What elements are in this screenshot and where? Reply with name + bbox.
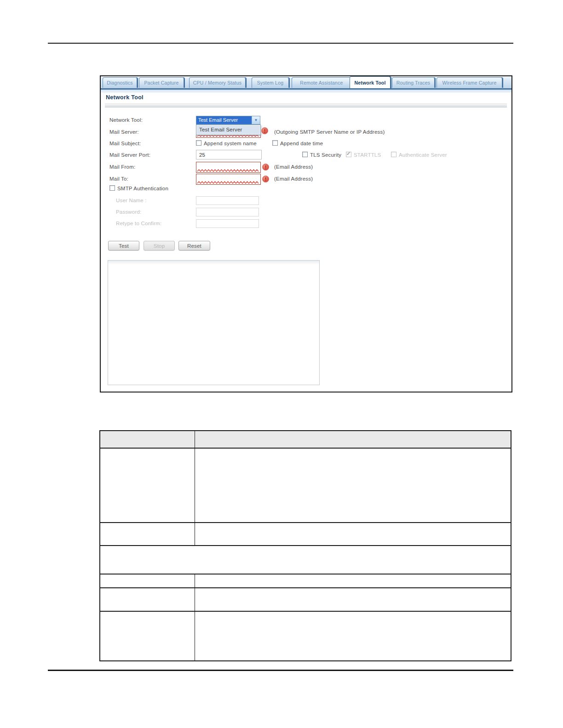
tab-routing-traces[interactable]: Routing Traces	[392, 77, 435, 88]
network-tool-select[interactable]: Test Email Server ▼	[196, 116, 260, 125]
tab-diagnostics[interactable]: Diagnostics	[103, 77, 137, 88]
tab-remote-assistance[interactable]: Remote Assistance	[292, 77, 351, 88]
tab-wireless-frame-capture[interactable]: Wireless Frame Capture	[437, 77, 502, 88]
smtp-authentication-label: SMTP Authentication	[117, 186, 168, 191]
error-icon: !	[262, 164, 269, 171]
mail-server-label: Mail Server:	[109, 129, 139, 135]
error-icon: !	[261, 127, 268, 134]
table-row	[100, 449, 511, 523]
tab-label: Wireless Frame Capture	[442, 80, 496, 85]
starttls-label: STARTTLS	[354, 152, 381, 158]
table-cell	[195, 588, 511, 611]
tab-label: Remote Assistance	[300, 80, 343, 85]
tab-label: CPU / Memory Status	[193, 80, 241, 85]
password-label: Password:	[116, 209, 142, 215]
append-date-time-checkbox[interactable]	[272, 140, 278, 146]
document-page: Diagnostics Packet Capture CPU / Memory …	[0, 0, 563, 728]
mail-from-input[interactable]	[196, 162, 261, 173]
starttls-checkbox[interactable]: ✓	[346, 152, 351, 157]
table-row	[100, 588, 511, 612]
section-title: Network Tool	[106, 94, 144, 101]
user-name-label: User Name :	[116, 198, 147, 203]
error-squiggle	[197, 169, 259, 172]
table-header-cell	[100, 431, 195, 448]
mail-server-port-input[interactable]	[196, 150, 262, 159]
table-cell	[195, 523, 511, 545]
smtp-authentication-checkbox[interactable]	[109, 185, 115, 191]
results-top-shade	[108, 261, 319, 265]
network-tool-dropdown-list: Test Email Server	[196, 125, 261, 135]
table-header-row	[100, 431, 511, 449]
tls-security-label: TLS Security	[310, 152, 341, 158]
mail-server-hint: (Outgoing SMTP Server Name or IP Address…	[274, 129, 385, 135]
check-icon: ✓	[346, 151, 350, 157]
table-row	[100, 612, 511, 660]
table-cell	[195, 612, 511, 660]
tab-label: Network Tool	[354, 80, 385, 85]
table-cell	[195, 574, 511, 587]
password-input[interactable]	[196, 208, 259, 216]
table-cell	[100, 612, 195, 660]
user-name-input[interactable]	[196, 196, 259, 205]
test-button[interactable]: Test	[108, 241, 139, 250]
table-cell	[100, 574, 195, 587]
mail-server-port-label: Mail Server Port:	[109, 152, 150, 158]
authenticate-server-checkbox[interactable]	[391, 152, 396, 157]
error-icon: !	[262, 176, 269, 182]
tab-label: System Log	[257, 80, 283, 85]
mail-from-hint: (Email Address)	[274, 164, 313, 170]
table-cell	[100, 449, 195, 522]
tab-label: Packet Capture	[144, 80, 178, 85]
error-squiggle	[197, 181, 259, 184]
mail-subject-label: Mail Subject:	[109, 141, 141, 146]
section-divider	[105, 103, 507, 108]
append-system-name-label: Append system name	[204, 141, 257, 146]
chevron-down-icon[interactable]: ▼	[252, 116, 260, 124]
doc-table	[99, 430, 511, 661]
page-header-rule	[48, 43, 513, 44]
mail-to-hint: (Email Address)	[274, 176, 313, 182]
test-results-output[interactable]	[108, 260, 320, 385]
mail-to-label: Mail To:	[109, 176, 128, 182]
tls-security-checkbox[interactable]	[302, 152, 308, 157]
tab-cpu-memory-status[interactable]: CPU / Memory Status	[189, 77, 246, 88]
append-date-time-label: Append date time	[280, 141, 323, 146]
stop-button[interactable]: Stop	[144, 241, 175, 250]
tab-strip-shadow	[101, 90, 511, 93]
table-cell	[195, 449, 511, 522]
retype-to-confirm-input[interactable]	[196, 219, 259, 228]
mail-to-input[interactable]	[196, 174, 261, 185]
table-row	[100, 523, 511, 546]
retype-to-confirm-label: Retype to Confirm:	[116, 221, 161, 226]
authenticate-server-label: Authenticate Server	[399, 152, 447, 158]
table-row-merged	[100, 546, 511, 574]
network-tool-label: Network Tool:	[109, 117, 143, 123]
table-row	[100, 574, 511, 588]
network-tool-screenshot: Diagnostics Packet Capture CPU / Memory …	[100, 75, 512, 392]
reset-button[interactable]: Reset	[178, 241, 210, 250]
tab-label: Routing Traces	[396, 80, 430, 85]
table-cell	[100, 523, 195, 545]
table-cell	[100, 546, 511, 574]
dropdown-option-test-email-server[interactable]: Test Email Server	[197, 125, 260, 134]
select-value: Test Email Server	[196, 116, 252, 124]
append-system-name-checkbox[interactable]	[196, 140, 201, 146]
mail-from-label: Mail From:	[109, 164, 135, 170]
tab-system-log[interactable]: System Log	[252, 77, 289, 88]
table-cell	[100, 588, 195, 611]
table-header-cell	[195, 431, 511, 448]
tab-label: Diagnostics	[107, 80, 132, 85]
page-footer-rule	[48, 670, 513, 671]
tab-packet-capture[interactable]: Packet Capture	[139, 77, 184, 88]
tab-network-tool[interactable]: Network Tool	[350, 76, 391, 88]
